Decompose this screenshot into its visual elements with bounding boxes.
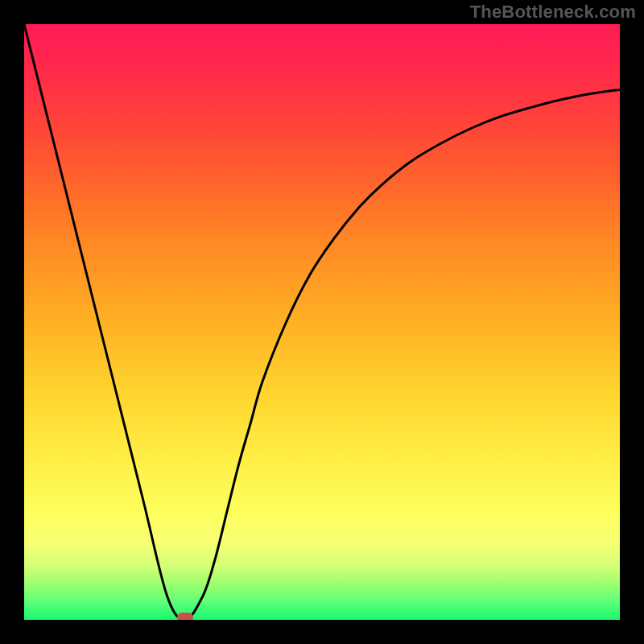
chart-frame: TheBottleneck.com xyxy=(0,0,644,644)
watermark-text: TheBottleneck.com xyxy=(470,2,636,23)
plot-area xyxy=(24,24,620,620)
bottleneck-curve-path xyxy=(24,24,620,620)
optimum-marker xyxy=(177,613,193,620)
curve-svg xyxy=(24,24,620,620)
